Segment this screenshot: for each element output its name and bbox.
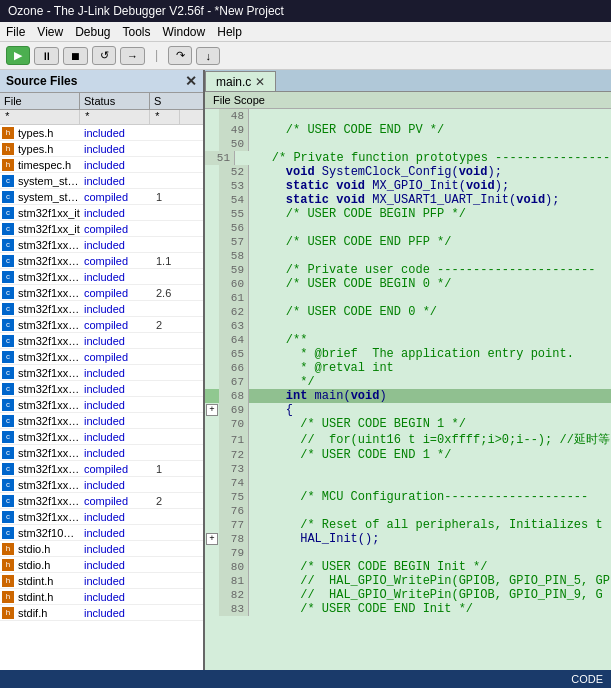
reset-button[interactable]: ↺ [92,46,116,65]
titlebar: Ozone - The J-Link Debugger V2.56f - *Ne… [0,0,611,22]
source-row[interactable]: c stm32f1xx_ha included [0,237,203,253]
file-icon: c [2,399,14,411]
menu-help[interactable]: Help [217,25,242,39]
code-content[interactable]: 48 49 /* USER CODE END PV */ 50 51 /* Pr… [205,109,611,688]
source-row[interactable]: c stm32f105xc. included [0,525,203,541]
file-name: stm32f1xx_ha [16,414,82,428]
file-name: stdint.h [16,590,82,604]
main-layout: Source Files ✕ File Status S * * * h typ… [0,70,611,688]
source-row[interactable]: c stm32f1xx_ha included [0,509,203,525]
stop-button[interactable]: ⏹ [63,47,88,65]
play-button[interactable]: ▶ [6,46,30,65]
line-number: 70 [219,417,249,431]
source-row[interactable]: c stm32f1xx_ha included [0,269,203,285]
source-row[interactable]: c system_stm32 compiled 1 [0,189,203,205]
source-row[interactable]: c stm32f1xx_ha compiled [0,349,203,365]
source-row[interactable]: c stm32f1xx_ha compiled 2 [0,493,203,509]
source-row[interactable]: c stm32f1xx_ha compiled 2.6 [0,285,203,301]
file-num [152,164,182,166]
source-row[interactable]: c stm32f1xx_ha included [0,397,203,413]
line-number: 78 [219,532,249,546]
file-status: compiled [82,462,152,476]
source-row[interactable]: h stdint.h included [0,573,203,589]
source-row[interactable]: c stm32f1xx_ha included [0,381,203,397]
expand-button[interactable]: + [206,533,218,545]
file-num [152,276,182,278]
code-line: 80 /* USER CODE BEGIN Init */ [205,560,611,574]
file-name: stm32f1xx_ha [16,318,82,332]
source-row[interactable]: h types.h included [0,125,203,141]
source-row[interactable]: c stm32f1xx_ha compiled 1.1 [0,253,203,269]
code-line: 48 [205,109,611,123]
source-row[interactable]: c stm32f1xx_ha included [0,301,203,317]
file-status: included [82,382,152,396]
source-row[interactable]: c stm32f1xx_ha compiled 2 [0,317,203,333]
source-row[interactable]: c stm32f1xx_it included [0,205,203,221]
code-panel: main.c ✕ File Scope 48 49 /* USER CODE E… [205,70,611,688]
source-row[interactable]: c system_stm32 included [0,173,203,189]
line-code: /* USER CODE BEGIN PFP */ [249,207,611,221]
menu-view[interactable]: View [37,25,63,39]
file-status: compiled [82,222,152,236]
file-num: 2.6 [152,286,182,300]
file-name: stm32f1xx_ha [16,254,82,268]
source-row[interactable]: c stm32f1xx_ha included [0,333,203,349]
file-num [152,132,182,134]
tab-close[interactable]: ✕ [255,75,265,89]
file-icon: c [2,255,14,267]
source-panel-header: Source Files ✕ [0,70,203,93]
file-icon: c [2,287,14,299]
source-row[interactable]: h types.h included [0,141,203,157]
expand-button[interactable]: + [206,404,218,416]
line-number: 61 [219,291,249,305]
source-row[interactable]: c stm32f1xx_ha included [0,365,203,381]
source-row[interactable]: c stm32f1xx_ha included [0,477,203,493]
line-marker [205,361,219,375]
source-panel: Source Files ✕ File Status S * * * h typ… [0,70,205,688]
stepover-button[interactable]: ↷ [168,46,192,65]
menu-debug[interactable]: Debug [75,25,110,39]
file-name: stm32f1xx_ha [16,478,82,492]
line-number: 60 [219,277,249,291]
line-number: 77 [219,518,249,532]
source-panel-close[interactable]: ✕ [185,73,197,89]
file-status: included [82,590,152,604]
code-line: 71 // for(uint16 t i=0xffff;i>0;i--); //… [205,431,611,448]
source-row[interactable]: c stm32f1xx_ha compiled 1 [0,461,203,477]
title-text: Ozone - The J-Link Debugger V2.56f - *Ne… [8,4,284,18]
file-name: stm32f1xx_ha [16,270,82,284]
col-s-header: S [150,93,180,109]
menu-window[interactable]: Window [163,25,206,39]
stepinto-button[interactable]: ↓ [196,47,220,65]
step-button[interactable]: → [120,47,145,65]
line-code: static void MX_GPIO_Init(void); [249,179,611,193]
code-line: 82 // HAL_GPIO_WritePin(GPIOB, GPIO_PIN_… [205,588,611,602]
source-row[interactable]: c stm32f1xx_ha included [0,429,203,445]
tab-main-c[interactable]: main.c ✕ [205,71,276,91]
file-num: 1 [152,190,182,204]
source-row[interactable]: c stm32f1xx_ha included [0,413,203,429]
file-icon: c [2,367,14,379]
source-row[interactable]: h stdio.h included [0,541,203,557]
source-row[interactable]: h stdif.h included [0,605,203,621]
status-code-label: CODE [571,673,603,685]
menu-file[interactable]: File [6,25,25,39]
file-status: compiled [82,350,152,364]
breadcrumb: File Scope [205,92,611,109]
file-name: stm32f1xx_ha [16,446,82,460]
source-row[interactable]: h stdint.h included [0,589,203,605]
code-line: 55 /* USER CODE BEGIN PFP */ [205,207,611,221]
line-code [249,109,611,123]
file-status: compiled [82,286,152,300]
line-number: 81 [219,574,249,588]
source-row[interactable]: h timespec.h included [0,157,203,173]
source-row[interactable]: c stm32f1xx_ha included [0,445,203,461]
source-row[interactable]: h stdio.h included [0,557,203,573]
pause-button[interactable]: ⏸ [34,47,59,65]
line-marker [205,277,219,291]
file-num: 2 [152,494,182,508]
source-row[interactable]: c stm32f1xx_it compiled [0,221,203,237]
code-line: 72 /* USER CODE END 1 */ [205,448,611,462]
menu-tools[interactable]: Tools [123,25,151,39]
file-icon: h [2,591,14,603]
